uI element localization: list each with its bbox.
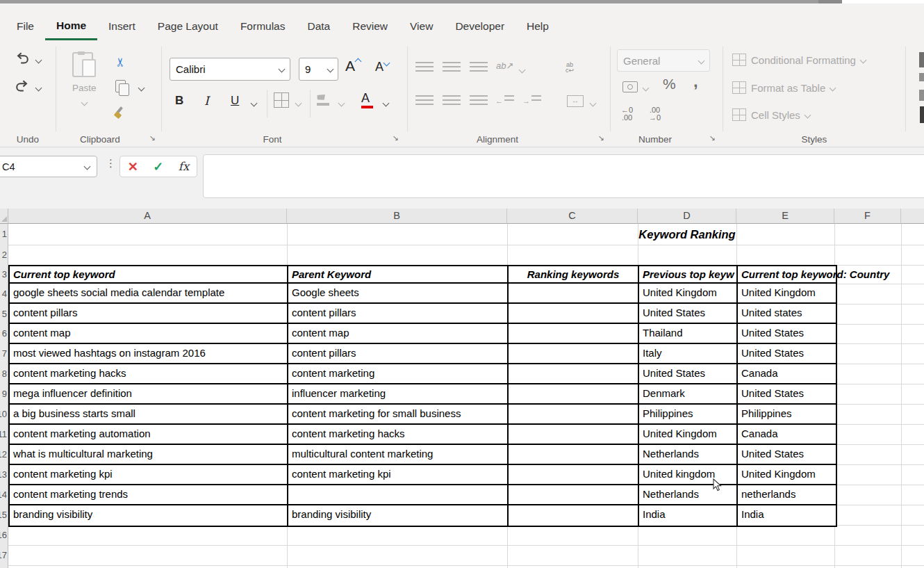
accounting-format-button[interactable] (622, 81, 638, 92)
cell-D15[interactable]: India (639, 505, 738, 526)
header-cell-b[interactable]: Parent Keyword (288, 266, 509, 284)
menu-tab-review[interactable]: Review (341, 14, 399, 39)
alignment-dialog-launcher[interactable]: ↘ (596, 133, 606, 143)
number-dialog-launcher[interactable]: ↘ (707, 133, 717, 143)
orientation-button[interactable]: ab↗ (496, 60, 513, 71)
cell-C9[interactable] (509, 384, 639, 405)
increase-decimal-button[interactable]: ←0 .00 (621, 106, 633, 122)
cell-A10[interactable]: a big business starts small (10, 405, 288, 425)
cell-B6[interactable]: content map (288, 324, 509, 344)
header-cell-a[interactable]: Current top keyword (10, 266, 288, 284)
cell-E15[interactable]: India (738, 505, 836, 526)
cell-E13[interactable]: United Kingdom (738, 465, 836, 485)
menu-tab-home[interactable]: Home (45, 13, 97, 40)
cell-C12[interactable] (509, 445, 639, 465)
cell-D4[interactable]: United Kingdom (639, 284, 738, 304)
cut-button[interactable]: ✂ (115, 55, 125, 70)
font-dialog-launcher[interactable]: ↘ (390, 133, 400, 143)
column-header-partial[interactable] (901, 209, 924, 224)
accounting-dropdown[interactable] (643, 85, 650, 92)
cell-C6[interactable] (509, 324, 639, 344)
cell-E4[interactable]: United Kingdom (738, 284, 836, 304)
row-header-5[interactable]: 5 (0, 304, 8, 324)
cell-A13[interactable]: content marketing kpi (10, 465, 288, 485)
format-as-table-button[interactable]: Format as Table (732, 81, 835, 94)
column-header-E[interactable]: E (736, 209, 834, 224)
row-header-12[interactable]: 12 (0, 444, 8, 464)
sheet-title-cell[interactable]: Keyword Ranking (629, 224, 745, 245)
align-bottom-button[interactable] (470, 62, 488, 72)
cell-B4[interactable]: Google sheets (288, 284, 509, 304)
row-header-7[interactable]: 7 (0, 343, 8, 364)
align-middle-button[interactable] (443, 62, 461, 72)
cell-C13[interactable] (509, 465, 639, 485)
cell-A4[interactable]: google sheets social media calendar temp… (10, 284, 288, 304)
header-cell-d[interactable]: Previous top keyw (639, 266, 738, 284)
column-header-B[interactable]: B (287, 209, 507, 224)
align-left-button[interactable] (415, 95, 434, 105)
redo-button[interactable] (14, 79, 31, 94)
clipboard-dialog-launcher[interactable]: ↘ (147, 133, 157, 143)
cell-E14[interactable]: netherlands (738, 485, 836, 505)
merge-center-dropdown[interactable] (590, 100, 597, 107)
comma-style-button[interactable]: , (693, 72, 698, 91)
align-center-button[interactable] (443, 95, 461, 105)
format-painter-button[interactable] (118, 106, 121, 117)
cell-C4[interactable] (509, 284, 639, 304)
cell-C11[interactable] (509, 425, 639, 445)
cell-D8[interactable]: United States (639, 364, 738, 384)
font-size-combo[interactable]: 9 (299, 58, 338, 81)
orientation-dropdown[interactable] (519, 67, 526, 74)
grow-font-button[interactable]: A (345, 58, 361, 74)
cell-D14[interactable]: Netherlands (639, 485, 738, 505)
cell-A11[interactable]: content marketing automation (10, 425, 288, 445)
row-header-9[interactable]: 9 (0, 384, 8, 404)
cell-C10[interactable] (509, 405, 639, 425)
row-header-2[interactable]: 2 (0, 245, 8, 265)
fill-color-button[interactable] (317, 94, 329, 106)
cell-E9[interactable]: United States (738, 384, 836, 405)
row-header-4[interactable]: 4 (0, 284, 8, 304)
cell-B15[interactable]: branding visibility (288, 505, 509, 526)
font-color-dropdown[interactable] (383, 100, 390, 107)
wrap-text-button[interactable]: ab c↩ (566, 62, 574, 73)
menu-tab-formulas[interactable]: Formulas (229, 14, 297, 39)
copy-dropdown[interactable] (138, 85, 145, 92)
cell-E5[interactable]: United states (738, 304, 836, 324)
number-format-combo[interactable]: General (617, 49, 710, 72)
bold-button[interactable]: B (175, 94, 183, 108)
cell-B5[interactable]: content pillars (288, 304, 509, 324)
decrease-decimal-button[interactable]: .00 →0 (649, 106, 661, 122)
cell-A8[interactable]: content marketing hacks (10, 364, 288, 384)
copy-button[interactable] (115, 80, 129, 95)
cell-A5[interactable]: content pillars (10, 304, 288, 324)
font-color-button[interactable]: A (361, 91, 370, 106)
row-header-10[interactable]: 10 (0, 404, 8, 424)
cell-B7[interactable]: content pillars (288, 344, 509, 364)
cell-B10[interactable]: content marketing for small business (288, 405, 509, 425)
menu-tab-page-layout[interactable]: Page Layout (147, 14, 229, 39)
cell-A7[interactable]: most viewed hashtags on instagram 2016 (10, 344, 288, 364)
column-header-F[interactable]: F (834, 209, 901, 224)
cell-B12[interactable]: multicultural content marketing (288, 445, 509, 465)
row-header-16[interactable]: 16 (0, 525, 8, 545)
align-right-button[interactable] (470, 95, 488, 105)
redo-dropdown[interactable] (35, 85, 42, 92)
header-cell-e[interactable]: Current top keyword: Country (738, 266, 836, 284)
menu-tab-insert[interactable]: Insert (97, 14, 147, 39)
cell-D6[interactable]: Thailand (639, 324, 738, 344)
menu-tab-data[interactable]: Data (296, 14, 341, 39)
cell-D7[interactable]: Italy (639, 344, 738, 364)
header-cell-c[interactable]: Ranking keywords (509, 266, 639, 284)
conditional-formatting-button[interactable]: Conditional Formatting (732, 54, 866, 66)
column-header-A[interactable]: A (8, 209, 287, 224)
menu-tab-help[interactable]: Help (515, 14, 560, 39)
cell-C7[interactable] (509, 344, 639, 364)
insert-function-button[interactable]: fx (179, 160, 189, 173)
cell-C5[interactable] (509, 304, 639, 324)
cell-E12[interactable]: United States (738, 445, 836, 465)
row-header-6[interactable]: 6 (0, 324, 8, 343)
name-box[interactable]: C4 (0, 156, 97, 177)
cell-E10[interactable]: Philippines (738, 405, 836, 425)
increase-indent-button[interactable]: → (522, 95, 541, 105)
